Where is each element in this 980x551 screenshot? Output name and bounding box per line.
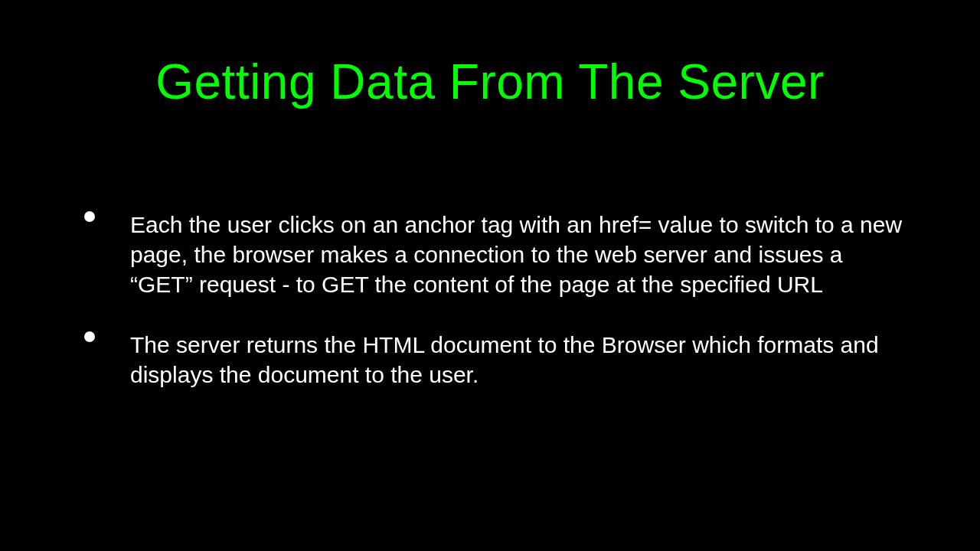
bullet-icon (84, 211, 95, 222)
bullet-icon (84, 331, 95, 342)
list-item: Each the user clicks on an anchor tag wi… (84, 210, 911, 299)
list-item: The server returns the HTML document to … (84, 330, 911, 390)
bullet-list: Each the user clicks on an anchor tag wi… (69, 210, 911, 390)
bullet-text: Each the user clicks on an anchor tag wi… (130, 212, 902, 297)
bullet-text: The server returns the HTML document to … (130, 332, 879, 387)
slide-title: Getting Data From The Server (69, 54, 911, 110)
slide-container: Getting Data From The Server Each the us… (0, 0, 980, 551)
